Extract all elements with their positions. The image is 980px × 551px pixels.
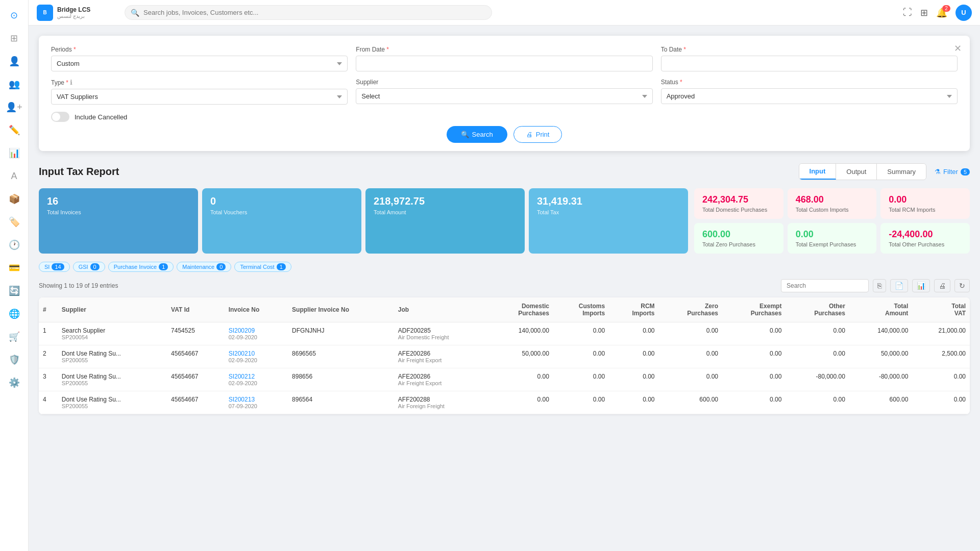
sidebar-settings[interactable]: ⚙️ — [4, 372, 24, 393]
stat-domestic: 242,304.75 Total Domestic Purchases — [694, 188, 783, 219]
sidebar-clock[interactable]: 🕐 — [4, 235, 24, 255]
total-tax-label: Total Tax — [537, 209, 680, 215]
sidebar-text[interactable]: A — [4, 166, 24, 186]
cell-num: 3 — [39, 368, 58, 391]
type-info-icon[interactable]: ℹ — [70, 79, 72, 86]
supplier-code: SP200055 — [62, 357, 163, 363]
topbar-search-input[interactable] — [125, 5, 492, 20]
sidebar-shield[interactable]: 🛡️ — [4, 349, 24, 370]
notification-icon[interactable]: 🔔 2 — [936, 7, 947, 18]
sidebar-add-user[interactable]: 👤+ — [4, 97, 24, 117]
sidebar-users[interactable]: 👤 — [4, 51, 24, 71]
print-table-button[interactable]: 🖨 — [934, 279, 950, 292]
periods-select[interactable]: Custom — [51, 56, 348, 71]
type-label: Type * ℹ — [51, 79, 348, 86]
cell-supplier-invoice: 8696565 — [288, 345, 394, 368]
cell-job: ADF200285 Air Domestic Freight — [394, 322, 490, 345]
tag-pi-count: 1 — [159, 263, 168, 270]
report-header: Input Tax Report Input Output Summary ⚗ … — [39, 163, 970, 180]
invoice-date: 07-09-2020 — [229, 403, 284, 409]
status-select[interactable]: Approved — [661, 88, 958, 104]
supplier-name: Dont Use Rating Su... — [62, 396, 163, 403]
app-logo: B Bridge LCS بريدج لنسس — [37, 5, 118, 21]
topbar-actions: ⛶ ⊞ 🔔 2 U — [903, 5, 972, 21]
sidebar-group[interactable]: 👥 — [4, 74, 24, 94]
tag-si[interactable]: SI 14 — [39, 262, 70, 272]
tab-summary[interactable]: Summary — [877, 164, 926, 180]
tab-input[interactable]: Input — [799, 164, 837, 180]
sidebar-card[interactable]: 💳 — [4, 258, 24, 278]
search-btn-label: Search — [472, 131, 493, 138]
fullscreen-icon[interactable]: ⛶ — [903, 7, 912, 18]
sidebar-box[interactable]: 📦 — [4, 189, 24, 209]
copy-button[interactable]: ⎘ — [873, 279, 886, 292]
stat-rcm: 0.00 Total RCM Imports — [880, 188, 970, 219]
app-name: Bridge LCS — [57, 6, 90, 13]
sidebar-tag[interactable]: 🏷️ — [4, 212, 24, 232]
tag-gsi[interactable]: GSI 0 — [73, 262, 105, 272]
invoice-link[interactable]: SI200213 — [229, 396, 255, 403]
close-button[interactable]: ✕ — [954, 43, 962, 54]
stat-other: -24,400.00 Total Other Purchases — [880, 223, 970, 254]
cell-invoice-no: SI200209 02-09-2020 — [225, 322, 288, 345]
job-code: AFF200288 — [398, 396, 486, 403]
cell-exempt: 0.00 — [722, 345, 786, 368]
tag-terminal-cost[interactable]: Terminal Cost 1 — [234, 262, 291, 272]
action-row: 🔍 Search 🖨 Print — [51, 126, 958, 143]
supplier-label: Supplier — [356, 79, 652, 86]
from-date-input[interactable]: 01-09-2020 — [356, 56, 652, 71]
cell-zero: 0.00 — [659, 322, 722, 345]
search-button[interactable]: 🔍 Search — [447, 126, 507, 143]
cell-job: AFE200286 Air Freight Export — [394, 345, 490, 368]
tag-maintenance[interactable]: Maintenance 0 — [177, 262, 231, 272]
cell-domestic: 0.00 — [489, 391, 553, 414]
invoice-link[interactable]: SI200212 — [229, 373, 255, 380]
tag-purchase-invoice[interactable]: Purchase Invoice 1 — [108, 262, 174, 272]
job-code: AFE200286 — [398, 350, 486, 357]
cell-total-amount: 140,000.00 — [849, 322, 912, 345]
total-vouchers-label: Total Vouchers — [210, 209, 353, 215]
sidebar-chart[interactable]: 📊 — [4, 143, 24, 163]
print-btn-label: Print — [536, 131, 550, 138]
sidebar-refresh[interactable]: 🔄 — [4, 281, 24, 301]
cell-supplier-invoice: DFGNJNHJ — [288, 322, 394, 345]
col-total-amount: TotalAmount — [849, 297, 912, 322]
to-date-input[interactable]: 30-09-2020 — [661, 56, 958, 71]
invoice-date: 02-09-2020 — [229, 334, 284, 340]
sidebar-dashboard[interactable]: ⊞ — [4, 28, 24, 48]
total-amount-value: 218,972.75 — [374, 195, 517, 207]
blue-card-tax: 31,419.31 Total Tax — [529, 188, 688, 254]
job-desc: Air Freight Export — [398, 380, 486, 386]
invoice-date: 02-09-2020 — [229, 380, 284, 386]
logo-initials: B — [43, 10, 46, 15]
supplier-select[interactable]: Select — [356, 88, 652, 104]
cell-vat-id: 45654667 — [167, 368, 225, 391]
table-body: 1 Search Supplier SP200054 7454525 SI200… — [39, 322, 970, 414]
report-tabs: Input Output Summary — [799, 163, 926, 180]
supplier-name: Dont Use Rating Su... — [62, 350, 163, 357]
print-button[interactable]: 🖨 Print — [513, 126, 562, 143]
sidebar-globe[interactable]: 🌐 — [4, 304, 24, 324]
cell-total-vat: 2,500.00 — [912, 345, 970, 368]
invoice-link[interactable]: SI200209 — [229, 327, 255, 334]
table-row: 3 Dont Use Rating Su... SP200055 4565466… — [39, 368, 970, 391]
col-other: OtherPurchases — [786, 297, 849, 322]
cell-total-amount: 600.00 — [849, 391, 912, 414]
filter-button[interactable]: ⚗ Filter 5 — [935, 168, 970, 176]
sidebar-cart[interactable]: 🛒 — [4, 327, 24, 347]
table-search-input[interactable] — [781, 279, 869, 292]
avatar[interactable]: U — [955, 5, 972, 21]
type-select[interactable]: VAT Suppliers — [51, 89, 348, 105]
invoice-link[interactable]: SI200210 — [229, 350, 255, 357]
csv-button[interactable]: 📄 — [890, 279, 908, 292]
cell-num: 1 — [39, 322, 58, 345]
tab-output[interactable]: Output — [836, 164, 877, 180]
blue-cards: 16 Total Invoices 0 Total Vouchers 218,9… — [39, 188, 688, 254]
sidebar-edit[interactable]: ✏️ — [4, 120, 24, 140]
refresh-button[interactable]: ↻ — [954, 279, 970, 292]
excel-button[interactable]: 📊 — [912, 279, 930, 292]
filter-row-1: Periods * Custom From Date * 01-09-2020 … — [51, 46, 958, 71]
grid-icon[interactable]: ⊞ — [920, 7, 928, 18]
include-cancelled-toggle[interactable] — [51, 112, 69, 122]
sidebar-home[interactable]: ⊙ — [4, 5, 24, 26]
